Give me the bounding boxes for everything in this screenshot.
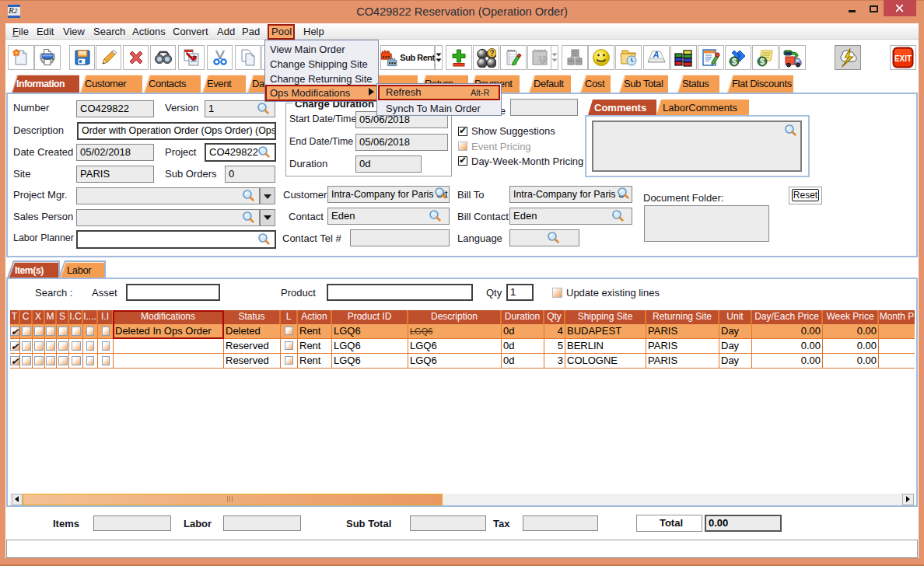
svg-text:$: $ (732, 57, 737, 66)
svg-text:$: $ (760, 57, 765, 66)
svg-text:EXIT: EXIT (894, 54, 912, 63)
svg-text:A: A (653, 50, 660, 59)
svg-text:?: ? (489, 49, 494, 58)
